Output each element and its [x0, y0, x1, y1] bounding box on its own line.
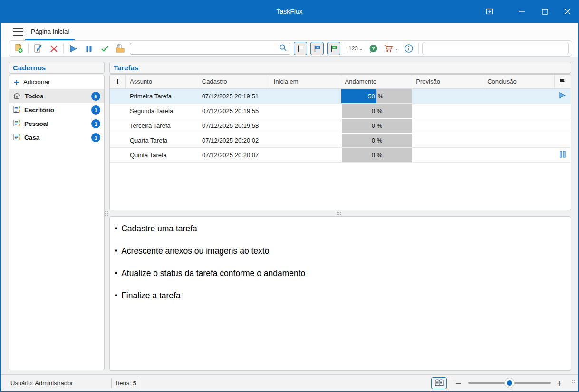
task-row-primeira-tarefa[interactable]: Primeira Tarefa07/12/2025 20:19:5150%: [110, 89, 571, 104]
task-conclusion: [484, 148, 555, 162]
task-priority: [110, 148, 126, 162]
task-starts: [270, 148, 341, 162]
column-header-priority[interactable]: !: [110, 75, 126, 88]
count-badge: 1: [91, 133, 100, 142]
notebook-label: Todos: [25, 93, 87, 100]
pin-window-icon[interactable]: [478, 0, 501, 23]
task-subject: Quarta Tarefa: [126, 133, 198, 147]
start-task-button[interactable]: [67, 42, 79, 55]
task-subject: Segunda Tarefa: [126, 104, 198, 118]
task-row-segunda-tarefa[interactable]: Segunda Tarefa07/12/2025 20:19:550 %: [110, 104, 571, 118]
info-icon[interactable]: [403, 42, 415, 55]
zoom-out-button[interactable]: −: [455, 375, 461, 392]
toolbar: 123 ⌄ ? ⌄: [9, 40, 572, 57]
task-subject: Quinta Tarefa: [126, 148, 198, 162]
flag-blue-button[interactable]: [310, 42, 324, 55]
complete-task-button[interactable]: [98, 42, 111, 55]
task-progress: 0 %: [341, 118, 413, 133]
edit-task-button[interactable]: [32, 42, 44, 55]
task-row-quinta-tarefa[interactable]: Quinta Tarefa07/12/2025 20:20:070 %: [110, 148, 571, 163]
help-icon[interactable]: ?: [367, 42, 379, 55]
flag-outline-button[interactable]: [294, 42, 307, 55]
note-bullet-item: Finalize a tarefa: [115, 285, 566, 307]
play-status-icon[interactable]: [558, 91, 566, 101]
progress-value: 0 %: [342, 107, 412, 115]
notes-editor[interactable]: Cadastre uma tarefaAcrescente anexos ou …: [109, 216, 571, 371]
number-format-dropdown[interactable]: 123 ⌄: [347, 45, 364, 52]
hamburger-icon[interactable]: [12, 27, 24, 37]
app-window: TaskFlux Página Inicial: [0, 0, 579, 392]
search-icon[interactable]: [279, 44, 287, 54]
new-task-button[interactable]: [12, 42, 25, 55]
notebook-label: Casa: [24, 134, 87, 141]
column-header-conclusao[interactable]: Conclusão: [483, 75, 555, 88]
notes-view-toggle-button[interactable]: [431, 377, 447, 389]
notebook-icon: [13, 105, 20, 115]
tasks-title: Tarefas: [114, 64, 138, 72]
statusbar-separator: [111, 378, 112, 388]
add-notebook-button[interactable]: + Adicionar: [9, 75, 104, 89]
pause-task-button[interactable]: [83, 42, 95, 55]
column-header-assunto[interactable]: Assunto: [126, 75, 198, 88]
delete-task-button[interactable]: [48, 42, 60, 55]
move-to-notebook-button[interactable]: [114, 42, 126, 55]
minimize-icon[interactable]: [511, 0, 533, 23]
progress-value: 0 %: [342, 137, 412, 144]
number-format-label: 123: [348, 45, 358, 52]
notes-bullet-list: Cadastre uma tarefaAcrescente anexos ou …: [115, 218, 566, 307]
task-status-cell: [555, 104, 571, 118]
zoom-in-button[interactable]: +: [556, 375, 562, 392]
menubar: Página Inicial: [1, 23, 578, 40]
notebook-icon: [13, 133, 20, 143]
toolbar-separator: [344, 43, 344, 54]
column-header-inicia-em[interactable]: Inicia em: [270, 75, 341, 88]
task-row-terceira-tarefa[interactable]: Terceira Tarefa07/12/2025 20:19:580 %: [110, 118, 571, 133]
column-header-flag[interactable]: [555, 75, 571, 88]
maximize-icon[interactable]: [533, 0, 556, 23]
column-header-previsao[interactable]: Previsão: [412, 75, 483, 88]
pause-status-icon[interactable]: [559, 150, 566, 160]
sidebar-item-escritorio[interactable]: Escritório1: [9, 103, 104, 117]
notebook-label: Escritório: [24, 106, 87, 114]
tab-pagina-inicial[interactable]: Página Inicial: [25, 23, 75, 40]
resize-grip[interactable]: [572, 380, 575, 383]
home-icon: [13, 92, 21, 101]
tasks-table-body: Primeira Tarefa07/12/2025 20:19:5150%Seg…: [110, 89, 571, 163]
task-priority: [110, 104, 126, 118]
task-forecast: [412, 89, 483, 103]
progress-percent-sign: %: [378, 93, 384, 100]
task-conclusion: [484, 104, 555, 118]
column-header-andamento[interactable]: Andamento: [341, 75, 413, 88]
note-bullet-item: Cadastre uma tarefa: [115, 218, 566, 240]
progress-bar: 0 %: [342, 148, 412, 162]
zoom-slider[interactable]: [468, 375, 551, 392]
horizontal-splitter-handle[interactable]: [337, 212, 344, 215]
zoom-slider-thumb[interactable]: [504, 378, 515, 388]
task-row-quarta-tarefa[interactable]: Quarta Tarefa07/12/2025 20:20:020 %: [110, 133, 571, 148]
task-created: 07/12/2025 20:20:02: [198, 133, 270, 147]
note-bullet-item: Acrescente anexos ou imagens ao texto: [115, 240, 566, 262]
task-priority: [110, 133, 126, 147]
window-controls: [478, 0, 579, 23]
task-conclusion: [483, 89, 554, 103]
vertical-splitter-handle[interactable]: [105, 211, 108, 219]
sidebar-item-pessoal[interactable]: Pessoal1: [9, 117, 104, 131]
task-priority: [110, 118, 126, 133]
column-header-cadastro[interactable]: Cadastro: [198, 75, 270, 88]
statusbar-separator: [452, 378, 452, 388]
close-icon[interactable]: [556, 0, 579, 23]
search-input[interactable]: [133, 45, 279, 52]
count-badge: 1: [91, 105, 100, 115]
task-status-cell: [554, 89, 571, 103]
toolbar-separator: [418, 43, 419, 54]
task-forecast: [413, 133, 484, 147]
toolbar-empty-field[interactable]: [422, 42, 569, 55]
task-forecast: [413, 118, 484, 133]
notebooks-title: Cadernos: [13, 64, 46, 72]
notebooks-panel-header: Cadernos: [9, 62, 105, 74]
cart-dropdown[interactable]: ⌄: [383, 44, 399, 53]
flag-green-button[interactable]: [327, 42, 340, 55]
sidebar-item-casa[interactable]: Casa1: [9, 131, 104, 144]
statusbar: Usuário: Administrador Itens: 5 − +: [1, 374, 578, 391]
sidebar-item-todos[interactable]: Todos5: [9, 89, 104, 103]
